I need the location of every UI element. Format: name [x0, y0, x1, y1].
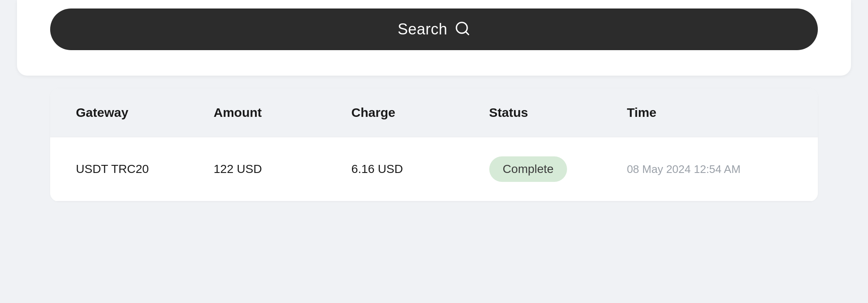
page-wrapper: Search Gateway Amount Charge Status Time… — [0, 0, 868, 201]
transactions-table: Gateway Amount Charge Status Time USDT T… — [50, 88, 817, 201]
search-bar[interactable]: Search — [50, 8, 817, 50]
cell-status: Complete — [489, 156, 627, 182]
cell-charge: 6.16 USD — [352, 162, 489, 176]
cell-gateway: USDT TRC20 — [76, 162, 213, 176]
top-card: Search — [17, 0, 851, 76]
col-header-status: Status — [489, 105, 627, 120]
col-header-charge: Charge — [352, 105, 489, 120]
cell-time: 08 May 2024 12:54 AM — [627, 163, 792, 176]
table-row[interactable]: USDT TRC20 122 USD 6.16 USD Complete 08 … — [50, 137, 817, 201]
table-divider — [50, 201, 817, 201]
search-label: Search — [397, 20, 447, 38]
col-header-gateway: Gateway — [76, 105, 213, 120]
search-icon — [454, 20, 471, 38]
status-badge: Complete — [489, 156, 567, 182]
col-header-amount: Amount — [214, 105, 352, 120]
svg-line-1 — [465, 31, 468, 34]
col-header-time: Time — [627, 105, 792, 120]
search-container: Search — [50, 0, 817, 63]
cell-amount: 122 USD — [214, 162, 352, 176]
table-header: Gateway Amount Charge Status Time — [50, 88, 817, 137]
